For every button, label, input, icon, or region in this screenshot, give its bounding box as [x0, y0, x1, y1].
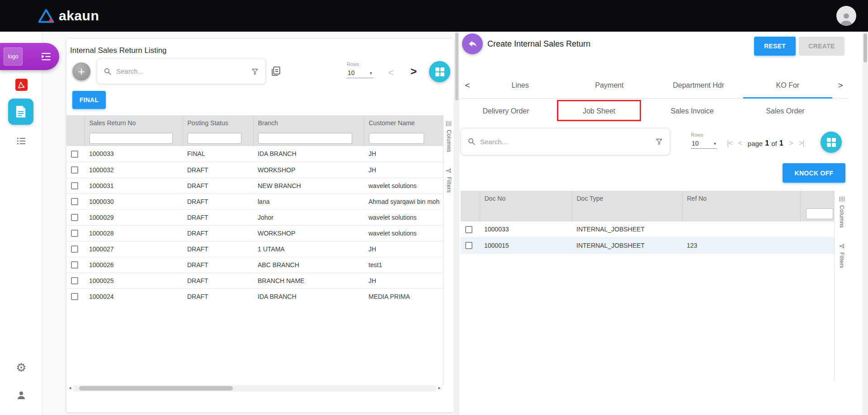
filter-extra[interactable] [806, 208, 833, 219]
table-row[interactable]: 1000027DRAFT1 UTAMAJH [66, 241, 443, 257]
settings-gear-icon[interactable]: ⚙ [0, 362, 42, 373]
filter-sales-return-no[interactable] [90, 133, 173, 144]
menu-collapse-icon[interactable] [40, 51, 52, 62]
posting-status-final-chip[interactable]: FINAL [72, 91, 106, 109]
subtab-delivery-order[interactable]: Delivery Order [459, 99, 552, 123]
table-row[interactable]: 1000031DRAFTNEW BRANCHwavelet solutions [66, 178, 443, 193]
filter-posting-status[interactable] [188, 133, 241, 144]
filter-customer-name[interactable] [369, 133, 424, 144]
table-row[interactable]: 1000024DRAFTIDA BRANCHMEDIA PRIMA [66, 288, 443, 304]
table-row[interactable]: 1000028DRAFTWORKSHOPwavelet solutions [66, 225, 443, 241]
table-row[interactable]: 1000033FINALIDA BRANCHJH [66, 146, 443, 162]
row-checkbox[interactable] [71, 277, 78, 284]
filter-funnel-icon[interactable] [251, 67, 259, 75]
row-checkbox[interactable] [71, 214, 78, 221]
row-checkbox[interactable] [71, 166, 78, 174]
page-indicator: page 1 of 1 [748, 139, 783, 147]
grid-view-button[interactable] [821, 132, 842, 153]
row-checkbox[interactable] [71, 230, 78, 237]
cell-customer_name: JH [364, 146, 443, 162]
row-checkbox[interactable] [71, 245, 78, 253]
middle-vertical-scrollbar[interactable] [455, 32, 459, 415]
middle-scrollbar-thumb[interactable] [455, 33, 458, 100]
tab-department-hdr[interactable]: Department Hdr [654, 72, 743, 98]
table-row[interactable]: 1000026DRAFTABC BRANCHtest1 [66, 257, 443, 273]
list-module-icon[interactable] [0, 137, 42, 146]
cell-posting_status: DRAFT [183, 257, 253, 273]
tab-payment[interactable]: Payment [565, 72, 654, 98]
cell-blank [800, 237, 834, 253]
user-avatar[interactable] [836, 6, 856, 26]
row-checkbox[interactable] [71, 182, 78, 189]
scroll-right-arrow[interactable]: ► [436, 385, 443, 391]
create-button[interactable]: CREATE [799, 37, 844, 56]
filter-branch[interactable] [258, 133, 352, 144]
ko-for-subtabs: Delivery Order Job Sheet Sales Invoice S… [459, 99, 832, 123]
scrollbar-thumb[interactable] [79, 386, 233, 391]
columns-icon [839, 196, 845, 202]
subtab-sales-order[interactable]: Sales Order [739, 99, 832, 123]
next-page-button[interactable]: > [407, 65, 420, 78]
cell-posting_status: DRAFT [183, 209, 253, 225]
reset-button[interactable]: RESET [754, 37, 796, 56]
columns-toggle[interactable]: Columns [446, 121, 452, 152]
tabs-scroll-left-icon[interactable]: < [459, 72, 476, 98]
window-scrollbar[interactable] [863, 32, 868, 415]
sales-return-table: Sales Return No Posting Status Branch Cu… [66, 115, 443, 304]
add-record-button[interactable]: + [72, 62, 90, 80]
cell-sales_return_no: 1000026 [85, 257, 183, 273]
cell-customer_name: wavelet solutions [364, 178, 443, 193]
rows-per-page-select[interactable]: Rows 10 ▾ [691, 132, 717, 149]
subtab-sales-invoice[interactable]: Sales Invoice [646, 99, 739, 123]
row-checkbox[interactable] [465, 242, 472, 249]
cell-sales_return_no: 1000030 [85, 193, 183, 209]
cell-branch: IDA BRANCH [253, 146, 364, 162]
document-module-button[interactable] [8, 99, 33, 125]
next-page-button[interactable]: > [789, 139, 793, 147]
filter-row [461, 206, 834, 222]
prev-page-button[interactable]: < [385, 67, 397, 79]
columns-toggle[interactable]: Columns [839, 196, 845, 228]
tab-ko-for[interactable]: KO For [743, 72, 832, 98]
rows-per-page-select[interactable]: Rows 10 ▾ [347, 61, 373, 78]
pdf-app-icon[interactable] [0, 79, 42, 91]
person-icon [16, 390, 27, 401]
table-row[interactable]: 1000033INTERNAL_JOBSHEET [461, 222, 834, 237]
profile-person-icon[interactable] [0, 390, 42, 401]
table-row[interactable]: 1000025DRAFTBRANCH NAMEJH [66, 273, 443, 288]
row-checkbox[interactable] [71, 151, 78, 158]
sidebar-logo-pill[interactable]: logo [0, 43, 59, 70]
scroll-left-arrow[interactable]: ◄ [66, 385, 74, 391]
prev-page-button[interactable]: < [738, 139, 742, 147]
table-row[interactable]: 1000029DRAFTJohorwavelet solutions [66, 209, 443, 225]
plus-glyph: + [78, 66, 85, 77]
first-page-button[interactable]: |< [727, 139, 732, 147]
row-checkbox[interactable] [465, 226, 472, 233]
window-scrollbar-thumb[interactable] [863, 33, 867, 62]
tab-lines[interactable]: Lines [476, 72, 565, 98]
col-customer-name: Customer Name [364, 115, 443, 131]
search-input[interactable] [116, 67, 246, 75]
table-row[interactable]: 1000032DRAFTWORKSHOPJH [66, 162, 443, 178]
search-input[interactable] [480, 138, 651, 146]
filters-toggle[interactable]: Filters [446, 168, 452, 193]
last-page-button[interactable]: >| [799, 139, 804, 147]
brand-logo[interactable]: akaun [38, 8, 99, 24]
row-checkbox[interactable] [71, 198, 78, 205]
scrollbar-track[interactable] [74, 385, 436, 391]
row-checkbox[interactable] [71, 293, 78, 300]
dropdown-caret-icon: ▾ [714, 141, 716, 146]
tabs-scroll-right-icon[interactable]: > [832, 72, 849, 98]
row-checkbox[interactable] [71, 261, 78, 269]
grid-view-button[interactable] [429, 61, 450, 82]
knock-off-button[interactable]: KNOCK OFF [783, 163, 845, 183]
row-checkbox-cell [66, 273, 85, 288]
back-button[interactable] [462, 33, 483, 54]
filters-toggle[interactable]: Filters [839, 243, 845, 268]
table-row[interactable]: 1000015INTERNAL_JOBSHEET123 [461, 237, 834, 253]
copy-pages-icon[interactable] [270, 66, 282, 77]
cell-posting_status: DRAFT [183, 193, 253, 209]
subtab-job-sheet[interactable]: Job Sheet [552, 99, 646, 123]
table-row[interactable]: 1000030DRAFTlanaAhmad syarqawi bin moh [66, 193, 443, 209]
filter-funnel-icon[interactable] [655, 137, 663, 146]
